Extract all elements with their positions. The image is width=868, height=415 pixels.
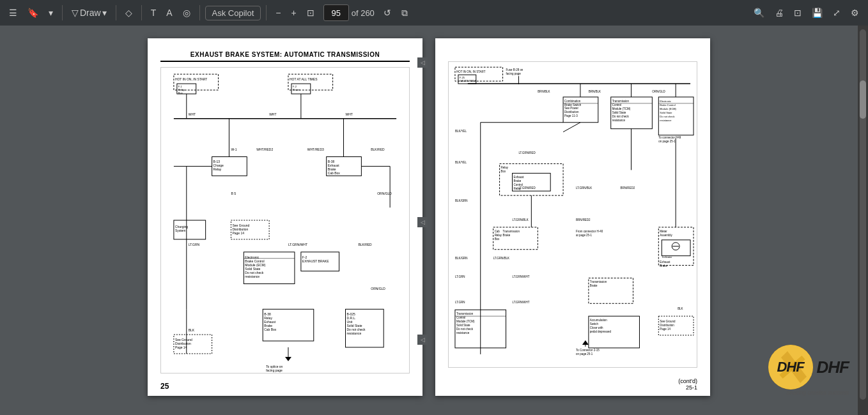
chevron-down-icon: ▾ (49, 8, 53, 17)
search-button[interactable]: 🔍 (750, 6, 768, 20)
ask-copilot-button[interactable]: Ask Copilot (205, 6, 261, 20)
svg-text:WHT: WHT (346, 113, 353, 116)
svg-text:Brake Control: Brake Control (660, 103, 675, 107)
svg-text:Relay: Relay (501, 166, 509, 169)
svg-text:LT.GRN/BLK: LT.GRN/BLK (493, 257, 509, 260)
svg-text:LT.GRN/WHT: LT.GRN/WHT (512, 275, 529, 278)
svg-text:B-38: B-38 (328, 160, 335, 163)
svg-text:HOT IN ON, IN START: HOT IN ON, IN START (456, 70, 486, 73)
svg-text:ORN/GLD: ORN/GLD (652, 90, 665, 93)
svg-text:WHT: WHT (269, 113, 276, 116)
filter-button[interactable]: ▽ Draw ▾ (68, 5, 111, 20)
svg-text:Do not check: Do not check (245, 271, 264, 275)
diagram-area-1: HOT IN ON, IN START F-1 Relay Box HOT AT… (160, 67, 410, 374)
zoom-out-icon: − (275, 8, 281, 17)
hamburger-menu-button[interactable]: ☰ (5, 6, 21, 20)
separator-3 (141, 5, 142, 20)
content-area: EXHAUST BRAKE SYSTEM: AUTOMATIC TRANSMIS… (0, 26, 868, 415)
svg-text:See Ground: See Ground (660, 320, 676, 323)
pdf-pages-container[interactable]: EXHAUST BRAKE SYSTEM: AUTOMATIC TRANSMIS… (0, 26, 858, 415)
zoom-in-button[interactable]: + (288, 6, 300, 20)
svg-text:BRN/BLK: BRN/BLK (589, 90, 601, 93)
svg-text:Module (ECM): Module (ECM) (245, 264, 265, 267)
page-2-header-space (448, 51, 697, 61)
eraser-button[interactable]: ◇ (121, 6, 136, 20)
scroll-thumb[interactable] (860, 80, 866, 119)
save-button[interactable]: 💾 (808, 6, 826, 20)
svg-text:LT.GRN: LT.GRN (189, 243, 200, 246)
svg-text:D.R.L.: D.R.L. (347, 317, 356, 320)
fit-page-button[interactable]: ⊡ (303, 6, 318, 20)
svg-text:Electronic: Electronic (245, 256, 259, 259)
svg-text:WHT: WHT (189, 113, 196, 116)
svg-text:See Ground: See Ground (232, 224, 249, 227)
svg-text:resistance: resistance (347, 332, 362, 335)
diagram-area-2: HOT IN ON, IN START F-25 GAUGE RACK Fuse… (448, 61, 697, 368)
svg-text:To connector H49: To connector H49 (658, 136, 681, 139)
fold-mark-bot: ◁ (417, 335, 428, 345)
svg-text:BLK: BLK (678, 307, 683, 310)
page-cont-label: (cont'd) (678, 378, 697, 384)
svg-text:resistance: resistance (660, 119, 672, 122)
svg-text:Box: Box (501, 170, 506, 173)
svg-text:Page 14: Page 14 (232, 232, 244, 235)
expand-button[interactable]: ⤢ (829, 6, 844, 20)
rotate-left-button[interactable]: ↺ (380, 6, 395, 20)
separator-5 (266, 5, 267, 20)
svg-text:W-1: W-1 (231, 148, 236, 151)
svg-text:Relay: Relay (213, 168, 222, 171)
save-icon: 💾 (812, 8, 823, 17)
svg-text:Solid State: Solid State (660, 111, 672, 114)
svg-text:Transmission: Transmission (612, 100, 630, 103)
fold-mark-mid: ◁ (417, 217, 428, 227)
svg-text:To Connector 2-15: To Connector 2-15 (576, 349, 600, 352)
svg-text:Brake: Brake (590, 284, 598, 287)
svg-text:Solid State: Solid State (245, 268, 260, 271)
svg-text:Page 11-3: Page 11-3 (564, 114, 578, 117)
svg-text:resistance: resistance (245, 275, 260, 278)
share-button[interactable]: ⊡ (790, 6, 805, 20)
svg-text:BLK/YEL: BLK/YEL (455, 130, 467, 133)
svg-text:To splice on: To splice on (266, 365, 283, 368)
svg-text:BLK/YEL: BLK/YEL (455, 161, 467, 164)
bookmark-chevron-button[interactable]: ▾ (45, 6, 57, 20)
svg-text:facing page: facing page (506, 72, 522, 75)
settings-button[interactable]: ⚙ (847, 6, 863, 20)
svg-text:Solid State: Solid State (612, 111, 626, 114)
svg-text:LT.GRN/WHT: LT.GRN/WHT (288, 243, 307, 246)
svg-text:on page 25-1: on page 25-1 (658, 140, 676, 143)
svg-text:Exhaust: Exhaust (328, 164, 340, 167)
right-scrollbar[interactable] (858, 26, 868, 415)
page-number-input[interactable] (323, 4, 349, 21)
zoom-out-button[interactable]: − (272, 6, 284, 20)
page-1-number: 25 (160, 382, 169, 391)
draw-label: Draw (80, 8, 101, 18)
svg-text:LT.GRN/WHT: LT.GRN/WHT (512, 301, 529, 304)
text-icon: T (151, 8, 157, 17)
eraser-icon: ◇ (125, 8, 132, 17)
page-cont-number: 25-1 (678, 384, 697, 391)
svg-text:HOT AT ALL TIMES: HOT AT ALL TIMES (290, 78, 318, 81)
svg-text:Module (TCM): Module (TCM) (456, 320, 475, 323)
settings-icon: ⚙ (851, 8, 859, 17)
svg-text:resistance: resistance (612, 119, 626, 122)
svg-text:at page 25-1: at page 25-1 (576, 234, 593, 237)
svg-text:Do not check: Do not check (660, 115, 674, 118)
svg-text:LT.GRN: LT.GRN (455, 301, 465, 304)
page-1-title: EXHAUST BRAKE SYSTEM: AUTOMATIC TRANSMIS… (160, 51, 410, 62)
print-button[interactable]: 🖨 (771, 6, 787, 20)
svg-text:BLK/RED: BLK/RED (358, 243, 372, 246)
svg-text:Assembly: Assembly (660, 234, 672, 237)
scroll-track[interactable] (860, 29, 866, 400)
faces-button[interactable]: ◎ (179, 6, 194, 20)
svg-text:LT.GRN: LT.GRN (455, 275, 465, 278)
wiring-diagram-svg-2: HOT IN ON, IN START F-25 GAUGE RACK Fuse… (449, 62, 697, 367)
svg-text:Brake: Brake (503, 234, 511, 237)
separator-2 (116, 5, 116, 20)
svg-text:Fuse B-28 on: Fuse B-28 on (506, 68, 523, 72)
text-button[interactable]: T (147, 6, 160, 20)
font-button[interactable]: A (162, 6, 176, 20)
bookmark-button[interactable]: 🔖 (24, 6, 42, 20)
multi-page-button[interactable]: ⧉ (398, 6, 412, 20)
draw-chevron-icon: ▾ (102, 8, 107, 17)
